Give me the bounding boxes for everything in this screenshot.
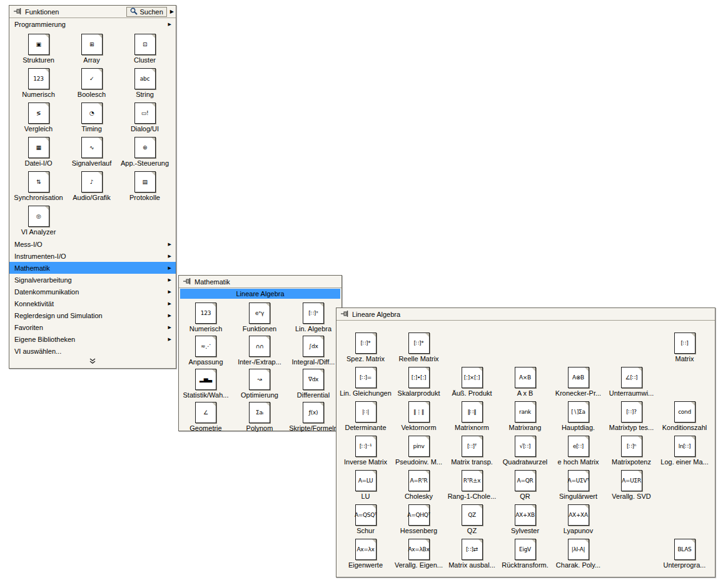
palette-item-label: Inter-/Extrap... xyxy=(238,358,281,366)
palette-item-cluster[interactable]: ⊡ Cluster xyxy=(118,31,171,65)
category-row-datenkommunikation[interactable]: Datenkommunikation ▶ xyxy=(9,286,176,298)
palette-item-kronecker-pr[interactable]: A⊗B Kronecker-Pr... xyxy=(552,364,605,398)
palette-item-skripte-formeln[interactable]: ƒ(x) Skripte/Formeln xyxy=(286,399,340,432)
palette-item-hessenberg[interactable]: A=QHQᵀ Hessenberg xyxy=(392,501,445,536)
search-button[interactable]: Suchen xyxy=(126,7,167,17)
palette-item-qr[interactable]: A=QR QR xyxy=(498,467,552,501)
palette-item-protokolle[interactable]: ▤ Protokolle xyxy=(118,168,171,202)
palette-item-lin-algebra[interactable]: [∷]ˣ Lin. Algebra xyxy=(286,299,340,332)
palette-item-matrixnorm[interactable]: ‖∷‖ Matrixnorm xyxy=(445,398,498,432)
palette-item-anpassung[interactable]: ≈⋰ Anpassung xyxy=(179,332,233,366)
palette-item-dialog-ui[interactable]: ▭! Dialog/UI xyxy=(118,99,171,134)
palette-item-matrixrang[interactable]: rank Matrixrang xyxy=(498,398,552,432)
category-row-instrumenten-i-o[interactable]: Instrumenten-I/O ▶ xyxy=(9,250,176,262)
palette-item-numerisch[interactable]: 123 Numerisch xyxy=(179,299,233,332)
palette-item-qz[interactable]: QZ QZ xyxy=(445,501,498,536)
palette-item-e-hoch-matrix[interactable]: e[∷] e hoch Matrix xyxy=(552,432,605,467)
palette-item-audio-grafik[interactable]: ♪ Audio/Grafik xyxy=(65,168,118,202)
palette-item-determinante[interactable]: |∷| Determinante xyxy=(339,398,392,432)
spez-matrix-icon: [∷]* xyxy=(355,332,377,354)
palette-item-pseudoinv-m[interactable]: pinv Pseudoinv. M... xyxy=(392,432,445,467)
palette-item-skalarprodukt[interactable]: [:]•[:] Skalarprodukt xyxy=(392,364,445,398)
palette-item-numerisch[interactable]: 123 Numerisch xyxy=(12,65,65,99)
palette-item-unterraumwi[interactable]: ∠[∷] Unterraumwi... xyxy=(605,364,658,398)
category-row-favoriten[interactable]: Favoriten ▶ xyxy=(9,321,176,333)
palette-item-log-einer-ma[interactable]: ln[∷] Log. einer Ma... xyxy=(658,432,711,467)
palette-item-statistik-wah[interactable]: ▂▅▃ Statistik/Wah... xyxy=(179,366,233,399)
palette-item-vergleich[interactable]: ≶ Vergleich xyxy=(12,99,65,134)
palette-options-arrow-icon[interactable]: ▶ xyxy=(170,9,174,14)
hauptdiag-icon: [∖]Σa xyxy=(568,401,589,422)
palette-item-label: Strukturen xyxy=(23,56,54,64)
expand-more-button[interactable] xyxy=(9,357,176,367)
palette-item-array[interactable]: ⊞ Array xyxy=(65,31,118,65)
palette-item-matrix-ausbal[interactable]: [∷]⇄ Matrix ausbal... xyxy=(445,536,498,570)
category-row-signalverarbeitung[interactable]: Signalverarbeitung ▶ xyxy=(9,274,176,286)
palette-item-verallg-eigen[interactable]: Ax=λBx Verallg. Eigen... xyxy=(392,536,445,570)
palette-item-app-steuerung[interactable]: ⊛ App.-Steuerung xyxy=(118,134,171,168)
palette-item-cholesky[interactable]: A=RᵀR Cholesky xyxy=(392,467,445,501)
palette-item-vi-analyzer[interactable]: ◎ VI Analyzer xyxy=(12,202,65,237)
funktionen-titlebar[interactable]: Funktionen Suchen ▶ xyxy=(9,6,176,18)
category-programmierung[interactable]: Programmierung ▶ xyxy=(9,18,176,30)
palette-item-konditionszahl[interactable]: cond Konditionszahl xyxy=(658,398,711,432)
palette-item-timing[interactable]: ◔ Timing xyxy=(65,99,118,134)
category-row-reglerdesign-und-simulation[interactable]: Reglerdesign und Simulation ▶ xyxy=(9,309,176,321)
vi-analyzer-icon: ◎ xyxy=(28,206,49,227)
palette-item-label: LU xyxy=(361,492,370,500)
palette-item-synchronisation[interactable]: ⇅ Synchronisation xyxy=(12,168,65,202)
palette-item-hauptdiag[interactable]: [∖]Σa Hauptdiag. xyxy=(552,398,605,432)
palette-item-geometrie[interactable]: ∠ Geometrie xyxy=(179,399,233,432)
category-row-mess-i-o[interactable]: Mess-I/O ▶ xyxy=(9,238,176,250)
palette-item-matrix[interactable]: [∷] Matrix xyxy=(658,329,711,364)
palette-item-lin-gleichungen[interactable]: [∷]= Lin. Gleichungen xyxy=(339,364,392,398)
palette-item-schur[interactable]: A=QSQᵀ Schur xyxy=(339,501,392,536)
palette-item-label: Unterprogra... xyxy=(664,561,706,569)
palette-item-label: Datei-I/O xyxy=(24,159,52,167)
category-row-eigene-bibliotheken[interactable]: Eigene Bibliotheken ▶ xyxy=(9,333,176,345)
category-row-konnektivität[interactable]: Konnektivität ▶ xyxy=(9,298,176,309)
palette-item-verallg-svd[interactable]: A=UΣR Verallg. SVD xyxy=(605,467,658,501)
palette-item-matrixpotenz[interactable]: [∷]ⁿ Matrixpotenz xyxy=(605,432,658,467)
palette-item-boolesch[interactable]: ✓ Boolesch xyxy=(65,65,118,99)
palette-item-inverse-matrix[interactable]: [∷]⁻¹ Inverse Matrix xyxy=(339,432,392,467)
palette-item-charak-poly[interactable]: |λI-A| Charak. Poly... xyxy=(552,536,605,570)
palette-item-spez-matrix[interactable]: [∷]* Spez. Matrix xyxy=(339,329,392,364)
palette-item-lyapunov[interactable]: AX+XA Lyapunov xyxy=(552,501,605,536)
palette-item-vektornorm[interactable]: ‖⋮‖ Vektornorm xyxy=(392,398,445,432)
palette-item-funktionen[interactable]: eˣγ Funktionen xyxy=(233,299,286,332)
palette-item-unterprogra[interactable]: BLAS Unterprogra... xyxy=(658,536,711,570)
palette-item-singulärwert[interactable]: A=UΣVᵀ Singulärwert xyxy=(552,467,605,501)
palette-item-integral-diff[interactable]: ∫dx Integral-/Diff... xyxy=(286,332,340,366)
palette-item-label: Polynom xyxy=(246,424,273,432)
palette-item-datei-i-o[interactable]: ▦ Datei-I/O xyxy=(12,134,65,168)
palette-item-inter-extrap[interactable]: ∩∩ Inter-/Extrap... xyxy=(233,332,286,366)
palette-item-label: Spez. Matrix xyxy=(346,355,385,362)
palette-item-äuß-produkt[interactable]: [:]×[:] Äuß. Produkt xyxy=(445,364,498,398)
palette-item-eigenwerte[interactable]: Ax=λx Eigenwerte xyxy=(339,536,392,570)
lineare-algebra-titlebar[interactable]: Lineare Algebra xyxy=(336,308,715,321)
palette-item-strukturen[interactable]: ▣ Strukturen xyxy=(12,31,65,65)
palette-item-string[interactable]: abc String xyxy=(118,65,171,99)
mathematik-titlebar[interactable]: Mathematik xyxy=(179,276,341,288)
palette-item-polynom[interactable]: Σaᵢ Polynom xyxy=(233,399,286,432)
palette-item-quadratwurzel[interactable]: √[∷] Quadratwurzel xyxy=(498,432,552,467)
palette-item-matrix-transp[interactable]: [∷]ᵀ Matrix transp. xyxy=(445,432,498,467)
pushpin-icon[interactable] xyxy=(13,8,22,16)
palette-item-rücktransform[interactable]: EigV Rücktransform. xyxy=(498,536,552,570)
palette-item-matrixtyp-tes[interactable]: [∷]? Matrixtyp tes... xyxy=(605,398,658,432)
pushpin-icon[interactable] xyxy=(183,278,191,286)
palette-item-optimierung[interactable]: ↝ Optimierung xyxy=(233,366,286,399)
pushpin-icon[interactable] xyxy=(340,310,349,319)
palette-item-sylvester[interactable]: AX+XB Sylvester xyxy=(498,501,552,536)
palette-item-differential[interactable]: ∇dx Differential xyxy=(286,366,340,399)
palette-item-reelle-matrix[interactable]: [∷]* Reelle Matrix xyxy=(392,329,445,364)
app-steuerung-icon: ⊛ xyxy=(134,137,156,158)
palette-item-signalverlauf[interactable]: ∿ Signalverlauf xyxy=(65,134,118,168)
palette-item-a-x-b[interactable]: A×B A x B xyxy=(498,364,552,398)
integral-diff-icon: ∫dx xyxy=(303,336,324,357)
palette-item-lu[interactable]: A=LU LU xyxy=(339,467,392,501)
palette-item-rang-1-chole[interactable]: RᵀR±x Rang-1-Chole... xyxy=(445,467,498,501)
category-row-mathematik[interactable]: Mathematik ▶ xyxy=(9,262,176,274)
category-row-vi-auswählen[interactable]: VI auswählen... ▶ xyxy=(9,345,176,357)
